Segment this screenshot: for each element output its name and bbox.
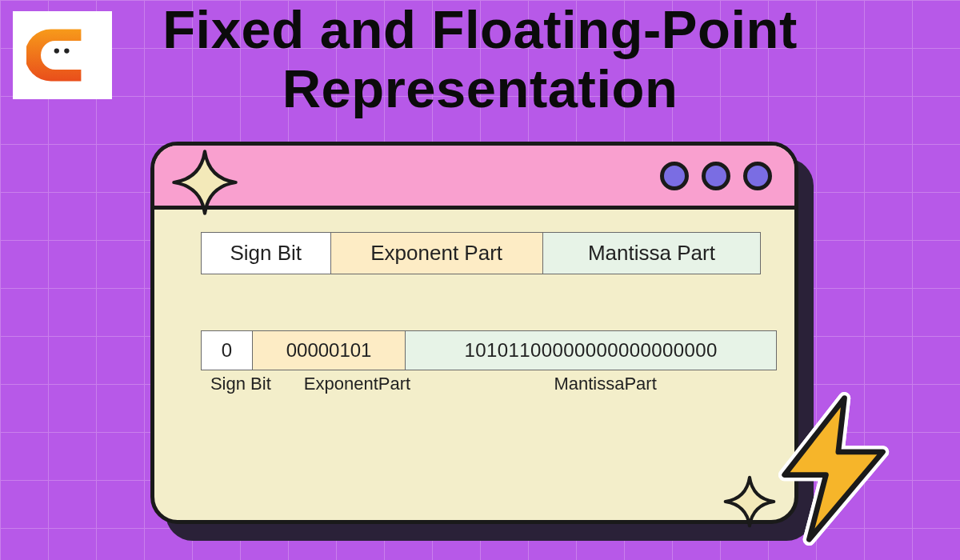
example-mantissa-value: 10101100000000000000000 <box>406 331 776 370</box>
float-example: 0 00000101 10101100000000000000000 Sign … <box>201 330 777 394</box>
example-sign-value: 0 <box>202 331 253 370</box>
example-exponent-label: ExponentPart <box>281 374 434 394</box>
example-mantissa-label: MantissaPart <box>434 374 777 394</box>
example-exponent-value: 00000101 <box>253 331 406 370</box>
window-control-circle <box>660 162 689 190</box>
float-example-bits: 0 00000101 10101100000000000000000 <box>201 330 777 370</box>
window-content: Sign Bit Exponent Part Mantissa Part 0 0… <box>154 210 794 520</box>
float-layout-legend: Sign Bit Exponent Part Mantissa Part <box>201 232 761 274</box>
example-sign-label: Sign Bit <box>201 374 281 394</box>
legend-sign-cell: Sign Bit <box>202 233 331 274</box>
page-title: Fixed and Floating-PointRepresentation <box>0 0 960 118</box>
window-titlebar <box>154 146 794 210</box>
diagram-window: Sign Bit Exponent Part Mantissa Part 0 0… <box>150 142 798 524</box>
window-control-circle <box>702 162 730 190</box>
lightning-bolt-icon <box>758 392 912 546</box>
legend-mantissa-cell: Mantissa Part <box>543 233 760 274</box>
window-control-circle <box>743 162 772 190</box>
sparkle-icon <box>171 149 238 216</box>
legend-exponent-cell: Exponent Part <box>331 233 543 274</box>
float-example-labels: Sign Bit ExponentPart MantissaPart <box>201 374 777 394</box>
